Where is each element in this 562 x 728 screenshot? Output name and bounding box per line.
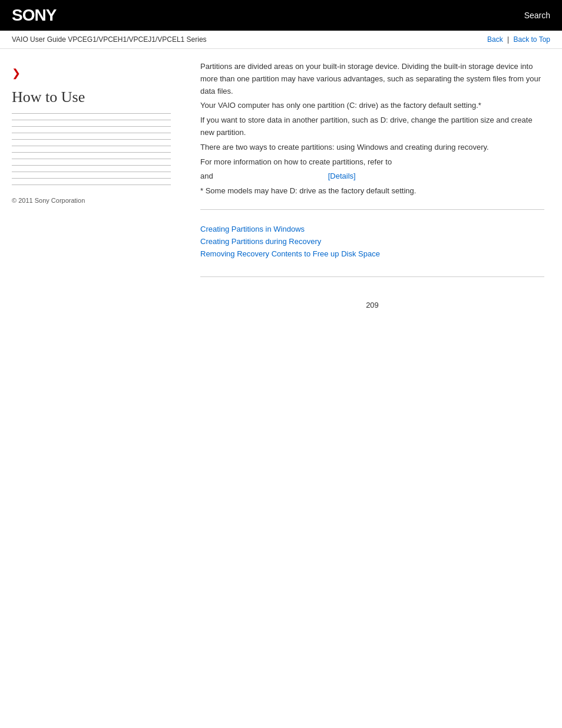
sidebar-divider-10: [12, 172, 171, 172]
sidebar-divider-11: [12, 178, 171, 179]
sidebar-divider-7: [12, 152, 171, 153]
sidebar-divider-8: [12, 159, 171, 159]
sidebar: ❯ How to Use © 2011 Sony Corporation: [0, 49, 183, 333]
back-to-top-link[interactable]: Back to Top: [514, 35, 550, 44]
content-intro: Partitions are divided areas on your bui…: [200, 61, 544, 197]
guide-title: VAIO User Guide VPCEG1/VPCEH1/VPCEJ1/VPC…: [12, 35, 207, 44]
copyright: © 2011 Sony Corporation: [12, 197, 171, 204]
sidebar-divider-6: [12, 146, 171, 146]
paragraph-1: Partitions are divided areas on your bui…: [200, 61, 544, 97]
paragraph-2: Your VAIO computer has only one partitio…: [200, 100, 544, 112]
sidebar-divider-5: [12, 139, 171, 140]
content-divider-top: [200, 209, 544, 210]
links-section: Creating Partitions in Windows Creating …: [200, 219, 544, 268]
paragraph-5: For more information on how to create pa…: [200, 156, 544, 169]
content-divider-bottom: [200, 276, 544, 277]
link-creating-partitions-recovery[interactable]: Creating Partitions during Recovery: [200, 237, 544, 246]
link-creating-partitions-windows[interactable]: Creating Partitions in Windows: [200, 225, 544, 233]
link-removing-recovery-contents[interactable]: Removing Recovery Contents to Free up Di…: [200, 249, 544, 258]
paragraph-3: If you want to store data in another par…: [200, 114, 544, 139]
paragraph-4: There are two ways to create partitions:…: [200, 141, 544, 154]
page-number: 209: [200, 301, 544, 321]
paragraph-6: and [Details]: [200, 170, 544, 183]
back-link[interactable]: Back: [487, 35, 503, 44]
breadcrumb-bar: VAIO User Guide VPCEG1/VPCEH1/VPCEJ1/VPC…: [0, 31, 562, 49]
sidebar-divider-9: [12, 165, 171, 166]
sidebar-arrow-icon: ❯: [12, 67, 171, 80]
nav-separator: |: [507, 35, 509, 44]
sidebar-divider-4: [12, 133, 171, 133]
sidebar-divider-2: [12, 120, 171, 120]
paragraph-7: * Some models may have D: drive as the f…: [200, 185, 544, 197]
header: SONY Search: [0, 0, 562, 31]
sidebar-divider-1: [12, 113, 171, 114]
search-button[interactable]: Search: [524, 11, 550, 20]
main-container: ❯ How to Use © 2011 Sony Corporation Par…: [0, 49, 562, 333]
sidebar-title: How to Use: [12, 88, 171, 106]
sony-logo: SONY: [12, 6, 56, 25]
sidebar-divider-12: [12, 185, 171, 185]
nav-links: Back | Back to Top: [487, 35, 550, 44]
details-link[interactable]: [Details]: [328, 172, 356, 180]
sidebar-divider-3: [12, 126, 171, 127]
content-area: Partitions are divided areas on your bui…: [183, 49, 562, 333]
